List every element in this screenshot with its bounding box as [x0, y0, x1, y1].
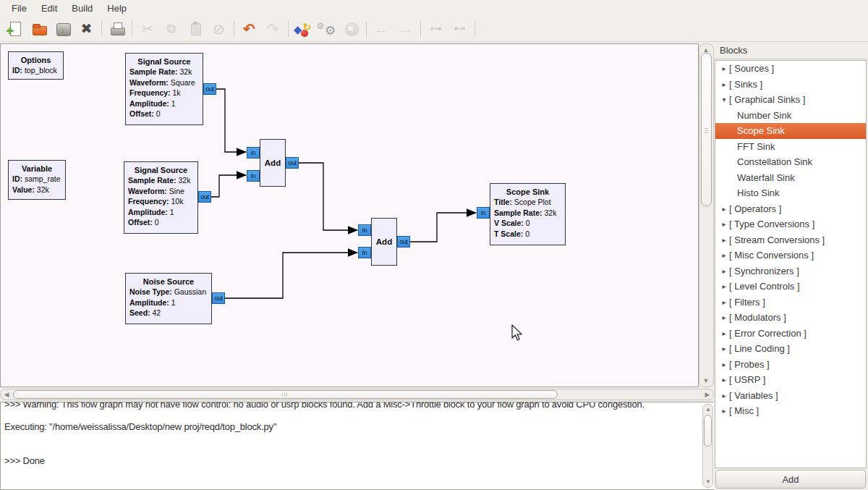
scroll-left-arrow-icon[interactable]: ◀ [1, 389, 12, 400]
block-signal-source-1[interactable]: Signal SourceSample Rate: 32kWaveform: S… [125, 53, 203, 125]
toolbar-button-new-file[interactable] [3, 19, 27, 39]
menu-file[interactable]: File [4, 1, 34, 15]
toolbar-button-redo[interactable] [261, 19, 285, 39]
toolbar-button-generate-flow-graph[interactable] [292, 19, 315, 39]
console-scrollbar[interactable]: ▲ ▼ [702, 404, 713, 488]
toolbar-button-close-file[interactable] [75, 19, 98, 39]
chevron-collapsed-icon[interactable]: ▸ [719, 345, 729, 352]
tree-item-probes[interactable]: ▸[ Probes ] [715, 357, 866, 373]
toolbar-button-port-toggle-a[interactable] [424, 19, 448, 39]
tree-item-synchronizers[interactable]: ▸[ Synchronizers ] [715, 263, 866, 279]
chevron-collapsed-icon[interactable]: ▸ [719, 407, 729, 415]
tree-item-histo-sink[interactable]: Histo Sink [715, 185, 866, 201]
toolbar-button-open-file[interactable] [27, 19, 51, 39]
chevron-collapsed-icon[interactable]: ▸ [719, 64, 729, 72]
console-scroll-up-icon[interactable]: ▲ [702, 405, 714, 415]
chevron-expanded-icon[interactable]: ▾ [719, 96, 729, 104]
tree-item-operators[interactable]: ▸[ Operators ] [715, 201, 866, 217]
tree-item-variables[interactable]: ▸[ Variables ] [715, 388, 866, 404]
block-add-2[interactable]: Add [371, 218, 397, 266]
scroll-down-arrow-icon[interactable]: ▼ [700, 376, 712, 386]
toolbar-button-execute-flow-graph[interactable] [315, 19, 339, 39]
tree-item-fft-sink[interactable]: FFT Sink [715, 139, 866, 155]
tree-item-level-controls[interactable]: ▸[ Level Controls ] [715, 279, 866, 295]
tree-item-constellation-sink[interactable]: Constellation Sink [715, 154, 866, 170]
chevron-collapsed-icon[interactable]: ▸ [719, 236, 729, 244]
blocks-tree[interactable]: ▸[ Sources ]▸[ Sinks ]▾[ Graphical Sinks… [715, 60, 867, 468]
chevron-collapsed-icon[interactable]: ▸ [719, 329, 729, 337]
port-out[interactable]: out [203, 83, 216, 95]
canvas-horizontal-scrollbar[interactable]: ◀ ▶ [0, 389, 714, 400]
port-in[interactable]: in [477, 207, 490, 219]
tree-item-modulators[interactable]: ▸[ Modulators ] [715, 310, 866, 326]
port-out[interactable]: out [212, 292, 225, 304]
toolbar-button-paste[interactable] [183, 19, 207, 39]
toolbar-button-forward[interactable] [393, 19, 417, 39]
toolbar-button-cut[interactable] [135, 19, 159, 39]
chevron-collapsed-icon[interactable]: ▸ [719, 392, 729, 400]
block-scope-sink[interactable]: Scope SinkTitle: Scope PlotSample Rate: … [490, 183, 566, 245]
toolbar-button-back[interactable] [370, 19, 393, 39]
tree-item-scope-sink[interactable]: Scope Sink [715, 123, 866, 139]
toolbar-button-print[interactable] [105, 19, 129, 39]
console-scroll-down-icon[interactable]: ▼ [702, 477, 714, 487]
add-button[interactable]: Add [715, 470, 866, 489]
chevron-collapsed-icon[interactable]: ▸ [719, 376, 729, 384]
chevron-collapsed-icon[interactable]: ▸ [719, 313, 729, 321]
tree-item-type-conversions[interactable]: ▸[ Type Conversions ] [715, 216, 866, 232]
tree-item-line-coding[interactable]: ▸[ Line Coding ] [715, 341, 866, 357]
menu-build[interactable]: Build [64, 1, 100, 15]
port-in[interactable]: in [247, 147, 260, 159]
toolbar-button-save-file[interactable] [51, 19, 75, 39]
block-add-1[interactable]: Add [260, 139, 286, 187]
port-out[interactable]: out [286, 157, 299, 169]
chevron-collapsed-icon[interactable]: ▸ [719, 267, 729, 275]
canvas-vscroll-thumb[interactable] [701, 53, 712, 206]
tree-item-waterfall-sink[interactable]: Waterfall Sink [715, 170, 866, 186]
port-in[interactable]: in [358, 247, 371, 258]
block-options[interactable]: OptionsID: top_block [8, 51, 64, 80]
canvas-hscroll-thumb[interactable] [13, 390, 558, 399]
connection-signal-source-1-to-add-1[interactable] [216, 89, 246, 152]
tree-item-misc[interactable]: ▸[ Misc ] [715, 403, 866, 419]
port-in[interactable]: in [247, 170, 260, 182]
console-panel[interactable]: >>> Warning: This flow graph may not hav… [0, 402, 715, 490]
chevron-collapsed-icon[interactable]: ▸ [719, 282, 729, 290]
chevron-collapsed-icon[interactable]: ▸ [719, 298, 729, 306]
console-scroll-thumb[interactable] [704, 415, 712, 447]
tree-item-stream-conversions[interactable]: ▸[ Stream Conversions ] [715, 232, 866, 248]
port-out[interactable]: out [397, 236, 410, 248]
menu-help[interactable]: Help [100, 1, 134, 15]
toolbar-button-copy[interactable] [159, 19, 183, 39]
chevron-collapsed-icon[interactable]: ▸ [719, 251, 729, 259]
connection-signal-source-2-to-add-1[interactable] [211, 175, 246, 197]
chevron-collapsed-icon[interactable]: ▸ [719, 205, 729, 213]
tree-item-usrp[interactable]: ▸[ USRP ] [715, 372, 866, 388]
chevron-collapsed-icon[interactable]: ▸ [719, 220, 729, 228]
menu-edit[interactable]: Edit [34, 1, 64, 15]
tree-item-sinks[interactable]: ▸[ Sinks ] [715, 77, 866, 93]
tree-item-graphical-sinks[interactable]: ▾[ Graphical Sinks ] [715, 92, 866, 108]
tree-item-misc-conversions[interactable]: ▸[ Misc Conversions ] [715, 248, 866, 263]
port-out[interactable]: out [198, 191, 211, 203]
connection-add-2-to-scope-sink[interactable] [410, 213, 476, 242]
tree-item-number-sink[interactable]: Number Sink [715, 108, 866, 124]
canvas-vertical-scrollbar[interactable]: ▲ ▼ [699, 43, 714, 387]
toolbar-button-stop-execution[interactable] [339, 19, 363, 39]
connection-noise-source-to-add-2[interactable] [225, 253, 357, 298]
block-variable[interactable]: VariableID: samp_rateValue: 32k [8, 160, 66, 200]
chevron-collapsed-icon[interactable]: ▸ [719, 360, 729, 368]
block-signal-source-2[interactable]: Signal SourceSample Rate: 32kWaveform: S… [124, 161, 198, 234]
toolbar-button-port-toggle-b[interactable] [448, 19, 472, 39]
toolbar-button-delete[interactable] [207, 19, 231, 39]
tree-item-error-correction[interactable]: ▸[ Error Correction ] [715, 326, 866, 342]
tree-item-filters[interactable]: ▸[ Filters ] [715, 295, 866, 311]
tree-item-sources[interactable]: ▸[ Sources ] [715, 61, 866, 77]
flowgraph-canvas[interactable]: OptionsID: top_blockSignal SourceSample … [0, 43, 699, 387]
block-noise-source[interactable]: Noise SourceNoise Type: GaussianAmplitud… [125, 273, 212, 324]
toolbar-button-undo[interactable] [237, 19, 261, 39]
connection-add-1-to-add-2[interactable] [299, 163, 357, 230]
scroll-right-arrow-icon[interactable]: ▶ [702, 389, 713, 400]
port-in[interactable]: in [358, 224, 371, 236]
chevron-collapsed-icon[interactable]: ▸ [719, 80, 729, 88]
